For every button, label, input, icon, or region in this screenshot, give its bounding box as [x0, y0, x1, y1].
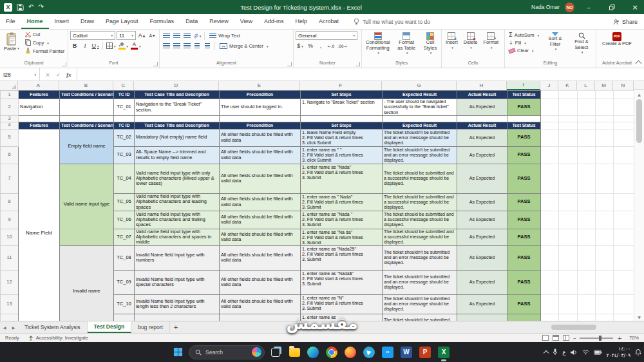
- zoom-slider-thumb[interactable]: [599, 336, 601, 341]
- cell-L7[interactable]: [578, 164, 596, 193]
- cell-K13[interactable]: [559, 294, 578, 314]
- cell-G5[interactable]: The ticket shouldn't be submitted and an…: [383, 129, 457, 146]
- taskbar-app-word[interactable]: W: [399, 345, 414, 360]
- underline-button[interactable]: U: [91, 41, 100, 50]
- tab-insert[interactable]: Insert: [49, 14, 75, 29]
- cell-styles-button[interactable]: Cell Styles: [421, 31, 439, 58]
- row-header-6[interactable]: 6: [1, 146, 19, 164]
- column-header-D[interactable]: D: [134, 81, 219, 90]
- cell-F8[interactable]: 1. enter name as " Nada" 2. Fill Valid s…: [301, 193, 383, 211]
- column-header-H[interactable]: H: [457, 81, 507, 90]
- cell-D10[interactable]: Valid name field input type with Alphabe…: [135, 229, 220, 245]
- delete-cells-button[interactable]: Delete: [462, 31, 480, 52]
- taskbar-app-task-view[interactable]: [268, 345, 283, 360]
- start-button[interactable]: [170, 345, 185, 360]
- sheet-tab-test-design[interactable]: Test Design: [88, 321, 132, 333]
- font-name-select[interactable]: Calibri: [70, 31, 115, 40]
- minimize-button[interactable]: –: [580, 0, 598, 14]
- cell-L11[interactable]: [578, 245, 596, 270]
- wifi-icon[interactable]: [582, 349, 589, 355]
- cell-A5[interactable]: Name Field: [19, 129, 60, 321]
- cell-I10[interactable]: PASS: [507, 229, 541, 245]
- cell-D4[interactable]: Test Case Title and Description: [135, 122, 220, 129]
- cell-B4[interactable]: Test Conditions / Scenario: [60, 122, 114, 129]
- cell-L4[interactable]: [578, 122, 596, 129]
- cell-F4[interactable]: Set Steps: [301, 122, 383, 129]
- cell-D5[interactable]: Mandatory (Not empty) name field: [135, 129, 220, 146]
- cell-K14[interactable]: [559, 314, 578, 321]
- italic-button[interactable]: I: [80, 41, 90, 50]
- cell-G7[interactable]: The ticket should be submitted and a suc…: [383, 164, 457, 193]
- share-button[interactable]: Share: [613, 19, 638, 25]
- cell-M9[interactable]: [596, 211, 614, 229]
- tray-chevron-up-icon[interactable]: [544, 350, 549, 356]
- cell-N13[interactable]: [614, 294, 634, 314]
- select-all-corner[interactable]: [0, 81, 18, 90]
- cell-D9[interactable]: Valid name field input type with Alphabe…: [135, 211, 220, 229]
- column-header-C[interactable]: C: [113, 81, 134, 90]
- row-header-10[interactable]: 10: [1, 229, 19, 245]
- cell-J9[interactable]: [541, 211, 559, 229]
- increase-decimal-button[interactable]: ←.0: [327, 41, 336, 50]
- cell-H8[interactable]: As Expected: [457, 193, 507, 211]
- autosum-button[interactable]: ΣAutoSum: [507, 31, 541, 39]
- cell-D12[interactable]: Invalid Name field input type with speci…: [135, 270, 220, 294]
- cell-I12[interactable]: PASS: [507, 270, 541, 294]
- cell-H10[interactable]: As Expected: [457, 229, 507, 245]
- cell-F9[interactable]: 1. enter name as "Nada " 2. Fill Valid s…: [301, 211, 383, 229]
- sheet-nav-right-icon[interactable]: ▶: [9, 321, 18, 333]
- search-highlight-icon[interactable]: [252, 347, 261, 357]
- cell-N5[interactable]: [614, 129, 634, 146]
- avatar[interactable]: NO: [565, 3, 574, 12]
- vertical-scrollbar[interactable]: ▲ ▼: [634, 90, 644, 321]
- bold-button[interactable]: B: [70, 41, 79, 50]
- row-header-12[interactable]: 12: [1, 270, 19, 294]
- taskbar-search[interactable]: Search: [189, 345, 265, 359]
- borders-button[interactable]: [106, 41, 117, 50]
- cell-H13[interactable]: As Expected: [457, 294, 507, 314]
- cell-D7[interactable]: Valid name field input type with only Al…: [135, 164, 220, 193]
- cell-K5[interactable]: [559, 129, 578, 146]
- tell-me-box[interactable]: Tell me what you want to do: [354, 18, 450, 25]
- cell-A1[interactable]: Features: [19, 91, 60, 99]
- font-size-select[interactable]: 11: [117, 31, 136, 40]
- column-header-A[interactable]: A: [18, 81, 59, 90]
- align-right-button[interactable]: [182, 41, 191, 50]
- insert-cells-button[interactable]: Insert: [444, 31, 460, 52]
- cell-N4[interactable]: [614, 122, 634, 129]
- enter-icon[interactable]: ✓: [56, 71, 61, 78]
- cell-K3[interactable]: [559, 116, 578, 122]
- row-header-1[interactable]: 1: [1, 91, 19, 99]
- zoom-in-button[interactable]: +: [617, 335, 622, 341]
- cell-N9[interactable]: [614, 211, 634, 229]
- cell-N6[interactable]: [614, 146, 634, 164]
- zoom-slider[interactable]: [580, 338, 613, 339]
- fill-button[interactable]: ↓Fill: [507, 39, 541, 46]
- taskbar-app-fe[interactable]: [287, 345, 302, 360]
- cell-G8[interactable]: The ticket should be submitted and a suc…: [383, 193, 457, 211]
- language-indicator[interactable]: ع: [562, 349, 565, 356]
- cell-B7[interactable]: Valid name input type: [60, 164, 114, 245]
- row-header-2[interactable]: 2: [1, 99, 19, 116]
- cell-C4[interactable]: TC ID: [114, 122, 135, 129]
- cell-F11[interactable]: 1. enter name as "Nada25" 2. Fill Valid …: [301, 245, 383, 270]
- cell-J3[interactable]: [541, 116, 559, 122]
- cell-E8[interactable]: All other fields should be filled with v…: [220, 193, 301, 211]
- cell-G6[interactable]: The ticket shouldn't be submitted and an…: [383, 146, 457, 164]
- tab-view[interactable]: View: [234, 14, 258, 29]
- row-header-13[interactable]: 13: [1, 294, 19, 314]
- row-header-14[interactable]: 14: [1, 314, 19, 321]
- page-layout-view-button[interactable]: [553, 335, 559, 341]
- cell-K11[interactable]: [559, 245, 578, 270]
- zoom-out-button[interactable]: –: [573, 335, 576, 341]
- cell-M13[interactable]: [596, 294, 614, 314]
- clear-button[interactable]: Clear: [507, 47, 541, 54]
- tab-home[interactable]: Home: [21, 14, 49, 29]
- wrap-text-button[interactable]: Wrap Text: [207, 32, 242, 39]
- cell-H14[interactable]: As Expected: [457, 314, 507, 321]
- column-header-E[interactable]: E: [219, 81, 300, 90]
- cell-B3[interactable]: [60, 116, 114, 122]
- cell-L13[interactable]: [578, 294, 596, 314]
- cell-I11[interactable]: PASS: [507, 245, 541, 270]
- cell-H7[interactable]: As Expected: [457, 164, 507, 193]
